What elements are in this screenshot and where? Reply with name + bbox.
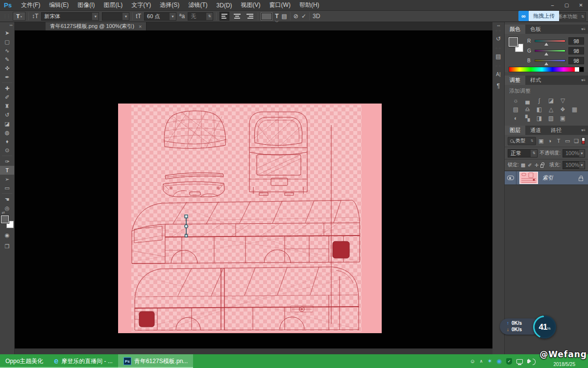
lock-image-pixels-icon[interactable]: ✐ bbox=[528, 162, 532, 168]
layer-visibility-cell[interactable] bbox=[505, 171, 516, 184]
adjustment-posterize-icon[interactable]: ▚ bbox=[524, 115, 531, 122]
spectrum-white-swatch[interactable] bbox=[575, 67, 579, 72]
tab-layers[interactable]: 图层 bbox=[505, 126, 525, 135]
security-shield-icon[interactable]: ✓ bbox=[506, 358, 512, 365]
adjustment-color-lookup-icon[interactable]: ▦ bbox=[571, 106, 578, 113]
text-color-swatch[interactable] bbox=[261, 13, 272, 20]
font-style-select[interactable]: ▼ bbox=[102, 12, 129, 21]
opacity-select[interactable]: 100% ▼ bbox=[563, 149, 585, 158]
tray-app-circle-icon[interactable]: ◉ bbox=[497, 358, 502, 365]
slider-thumb-icon[interactable] bbox=[544, 62, 548, 65]
adjustment-black-white-icon[interactable]: ◧ bbox=[536, 106, 543, 113]
tool-shape[interactable]: ▭ bbox=[0, 184, 14, 192]
tray-date[interactable]: 2018/5/25 bbox=[554, 362, 576, 367]
toggle-panels-icon[interactable]: ▤ bbox=[281, 12, 287, 21]
channel-value[interactable]: 98 bbox=[568, 57, 584, 64]
adjustment-channel-mixer-icon[interactable]: ❖ bbox=[559, 106, 566, 113]
swap-colors-icon[interactable]: ⇄ bbox=[2, 210, 15, 215]
spectrum-gradient[interactable] bbox=[509, 67, 575, 72]
tool-clone-stamp[interactable]: ♜ bbox=[0, 102, 14, 110]
properties-panel-icon[interactable]: ▤ bbox=[492, 51, 504, 62]
channel-g-slider[interactable] bbox=[535, 50, 565, 52]
commit-edits-icon[interactable]: ✓ bbox=[301, 12, 306, 21]
channel-r-slider[interactable] bbox=[535, 40, 565, 42]
task-edge-browser[interactable]: e摩登乐的直播间 - ... bbox=[49, 354, 118, 368]
align-left-button[interactable] bbox=[220, 12, 229, 21]
menu-window[interactable]: 窗口(W) bbox=[265, 1, 295, 9]
channel-b-slider[interactable] bbox=[535, 59, 565, 62]
quick-mask-button[interactable]: ◉ bbox=[0, 231, 14, 239]
network-monitor-icon[interactable] bbox=[516, 359, 523, 364]
menu-help[interactable]: 帮助(H) bbox=[295, 1, 324, 9]
close-button[interactable]: ✕ bbox=[574, 0, 588, 11]
tool-eyedropper[interactable]: ✒ bbox=[0, 73, 14, 81]
fill-select[interactable]: 100% ▼ bbox=[563, 161, 585, 169]
progress-ring[interactable]: 41 % bbox=[533, 315, 556, 339]
cancel-edits-icon[interactable]: ⊘ bbox=[294, 12, 298, 21]
anti-alias-select[interactable]: 无 ⇅ bbox=[188, 12, 213, 21]
lock-all-icon[interactable] bbox=[540, 164, 543, 168]
adjustment-levels-icon[interactable]: ▄ bbox=[524, 97, 531, 104]
menu-view[interactable]: 视图(V) bbox=[237, 1, 265, 9]
adjustment-hue-saturation-icon[interactable]: ▤ bbox=[512, 106, 519, 113]
tray-expand-icon[interactable]: ∧ bbox=[480, 359, 483, 364]
close-tab-icon[interactable]: × bbox=[139, 24, 142, 29]
character-panel-icon[interactable]: A| bbox=[492, 68, 504, 80]
tab-styles[interactable]: 样式 bbox=[525, 76, 546, 85]
lock-transparent-pixels-icon[interactable]: ▩ bbox=[521, 162, 525, 168]
layer-filter-select[interactable]: 类型 ⇅ bbox=[508, 137, 536, 145]
menu-type[interactable]: 文字(Y) bbox=[127, 1, 155, 9]
history-panel-icon[interactable]: ↺ bbox=[492, 33, 504, 45]
tool-pen[interactable]: ✑ bbox=[0, 157, 14, 166]
slider-thumb-icon[interactable] bbox=[544, 43, 548, 46]
filter-smart-object-icon[interactable]: ❏ bbox=[573, 138, 580, 144]
font-size-select[interactable]: 60 点 ▼ bbox=[144, 12, 176, 21]
tool-quick-selection[interactable]: ✎ bbox=[0, 55, 14, 64]
tab-paths[interactable]: 路径 bbox=[546, 126, 566, 135]
layer-thumbnail[interactable] bbox=[519, 172, 538, 184]
canvas-pasteboard[interactable] bbox=[15, 30, 492, 348]
filter-shape-icon[interactable]: ▭ bbox=[564, 138, 571, 144]
tool-brush[interactable]: ✐ bbox=[0, 93, 14, 102]
tool-marquee[interactable]: ▢ bbox=[0, 37, 14, 46]
task-photoshop[interactable]: Ps青年6127S模板.pn... bbox=[118, 354, 193, 368]
tool-type[interactable]: T bbox=[0, 166, 14, 175]
toolbar-collapse[interactable]: ▸▸ bbox=[0, 22, 14, 28]
spectrum-black-swatch[interactable] bbox=[579, 67, 584, 72]
minimize-button[interactable]: – bbox=[545, 0, 560, 11]
menu-3d[interactable]: 3D(D) bbox=[212, 2, 237, 9]
text-orientation-icon[interactable]: ↕T bbox=[32, 12, 38, 21]
tool-eraser[interactable]: ◪ bbox=[0, 119, 14, 128]
layer-filter-toggle[interactable] bbox=[582, 137, 585, 144]
dock-collapse[interactable]: ◂◂ bbox=[492, 22, 504, 27]
document-canvas[interactable] bbox=[118, 104, 382, 333]
font-family-select[interactable]: 新宋体 ▼ bbox=[41, 12, 99, 21]
task-oppo-theme[interactable]: Oppo主题美化 bbox=[0, 354, 49, 368]
adjustment-photo-filter-icon[interactable]: △ bbox=[547, 106, 555, 113]
tool-hand[interactable]: ☚ bbox=[0, 195, 14, 204]
menu-select[interactable]: 选择(S) bbox=[155, 1, 184, 9]
workspace-select[interactable]: 基本功能 ⇅ bbox=[556, 12, 586, 21]
slider-thumb-icon[interactable] bbox=[544, 53, 548, 55]
foreground-color-swatch[interactable] bbox=[509, 37, 518, 47]
tray-app-star-icon[interactable]: ✶ bbox=[487, 358, 492, 365]
adjustment-brightness-contrast-icon[interactable]: ☼ bbox=[512, 97, 519, 104]
menu-edit[interactable]: 编辑(E) bbox=[45, 1, 73, 9]
lock-position-icon[interactable]: ✛ bbox=[535, 162, 539, 168]
network-speed-widget[interactable]: ↑0K/s ↓0K/s 41 % bbox=[500, 315, 559, 339]
tool-healing-brush[interactable]: ✚ bbox=[0, 84, 14, 93]
align-right-button[interactable] bbox=[245, 12, 255, 21]
menu-file[interactable]: 文件(F) bbox=[17, 1, 45, 9]
document-tab[interactable]: 青年6127S模板.png @ 100%(索引) × bbox=[46, 22, 147, 30]
people-icon[interactable]: ☺ bbox=[470, 358, 475, 364]
panel-menu-icon[interactable]: ▾≡ bbox=[581, 126, 588, 135]
adjustment-selective-color-icon[interactable]: ▣ bbox=[559, 115, 566, 122]
tool-crop[interactable]: ✜ bbox=[0, 64, 14, 73]
foreground-color-swatch[interactable] bbox=[1, 215, 9, 223]
warp-text-icon[interactable]: T bbox=[275, 13, 278, 20]
adjustment-vibrance-icon[interactable]: ▽ bbox=[559, 97, 566, 104]
panel-menu-icon[interactable]: ▾≡ bbox=[581, 76, 588, 85]
blend-mode-select[interactable]: 正常 ⇅ bbox=[508, 149, 538, 158]
tab-swatches[interactable]: 色板 bbox=[525, 25, 546, 34]
menu-layer[interactable]: 图层(L) bbox=[99, 1, 127, 9]
